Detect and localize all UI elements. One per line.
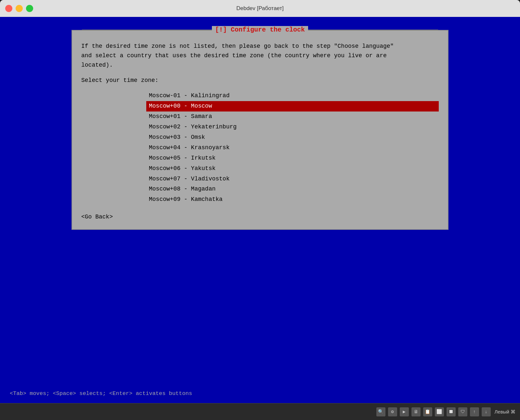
- taskbar-icon-8[interactable]: 🛡: [458, 407, 467, 416]
- timezone-item-samara[interactable]: Moscow+01 - Samara: [146, 112, 439, 122]
- timezone-item-kaliningrad[interactable]: Moscow-01 - Kaliningrad: [146, 91, 439, 101]
- desc-line3: located).: [81, 60, 439, 70]
- dialog-body: If the desired time zone is not listed, …: [81, 42, 439, 221]
- timezone-item-vladivostok[interactable]: Moscow+07 - Vladivostok: [146, 174, 439, 184]
- desc-line1: If the desired time zone is not listed, …: [81, 42, 439, 51]
- window-title: Debdev [Работает]: [236, 5, 284, 12]
- timezone-item-kamchatka[interactable]: Moscow+09 - Kamchatka: [146, 194, 439, 205]
- terminal-bg: [!] Configure the clock If the desired t…: [0, 17, 520, 384]
- timezone-item-moscow[interactable]: Moscow+00 - Moscow: [146, 101, 439, 112]
- timezone-list: Moscow-01 - KaliningradMoscow+00 - Mosco…: [146, 91, 439, 205]
- close-button[interactable]: [5, 5, 12, 12]
- timezone-item-yakutsk[interactable]: Moscow+06 - Yakutsk: [146, 164, 439, 174]
- description-text: If the desired time zone is not listed, …: [81, 42, 439, 70]
- taskbar-icon-10[interactable]: ↓: [482, 407, 491, 416]
- taskbar-right-label: Левый ⌘: [495, 409, 515, 415]
- title-line-right: [308, 30, 438, 30]
- taskbar: 🔍 ⚙ ▶ 🖥 📋 ⬜ 🔲 🛡 ↑ ↓ Левый ⌘: [0, 403, 520, 420]
- bottom-status-bar: <Tab> moves; <Space> selects; <Enter> ac…: [0, 384, 520, 403]
- taskbar-icon-6[interactable]: ⬜: [435, 407, 444, 416]
- dialog-title: [!] Configure the clock: [212, 26, 308, 33]
- dialog-title-wrapper: [!] Configure the clock: [72, 26, 448, 33]
- taskbar-icon-4[interactable]: 🖥: [411, 407, 421, 416]
- taskbar-icon-9[interactable]: ↑: [470, 407, 479, 416]
- timezone-item-omsk[interactable]: Moscow+03 - Omsk: [146, 132, 439, 143]
- title-bar: Debdev [Работает]: [0, 0, 520, 17]
- select-label: Select your time zone:: [81, 76, 439, 85]
- timezone-item-magadan[interactable]: Moscow+08 - Magadan: [146, 184, 439, 194]
- taskbar-icon-7[interactable]: 🔲: [447, 407, 456, 416]
- traffic-lights: [5, 5, 33, 12]
- taskbar-icon-2[interactable]: ⚙: [388, 407, 397, 416]
- go-back-button[interactable]: <Go Back>: [81, 214, 113, 220]
- taskbar-icon-3[interactable]: ▶: [400, 407, 409, 416]
- status-text: <Tab> moves; <Space> selects; <Enter> ac…: [10, 390, 192, 397]
- dialog-box: [!] Configure the clock If the desired t…: [72, 30, 448, 230]
- go-back-area: <Go Back>: [81, 213, 439, 221]
- maximize-button[interactable]: [26, 5, 33, 12]
- taskbar-icon-1[interactable]: 🔍: [376, 407, 385, 416]
- title-line-left: [82, 30, 212, 30]
- desc-line2: and select a country that uses the desir…: [81, 51, 439, 60]
- timezone-item-yekaterinburg[interactable]: Moscow+02 - Yekaterinburg: [146, 122, 439, 132]
- taskbar-icon-5[interactable]: 📋: [423, 407, 432, 416]
- timezone-item-irkutsk[interactable]: Moscow+05 - Irkutsk: [146, 153, 439, 164]
- minimize-button[interactable]: [16, 5, 23, 12]
- timezone-item-krasnoyarsk[interactable]: Moscow+04 - Krasnoyarsk: [146, 143, 439, 153]
